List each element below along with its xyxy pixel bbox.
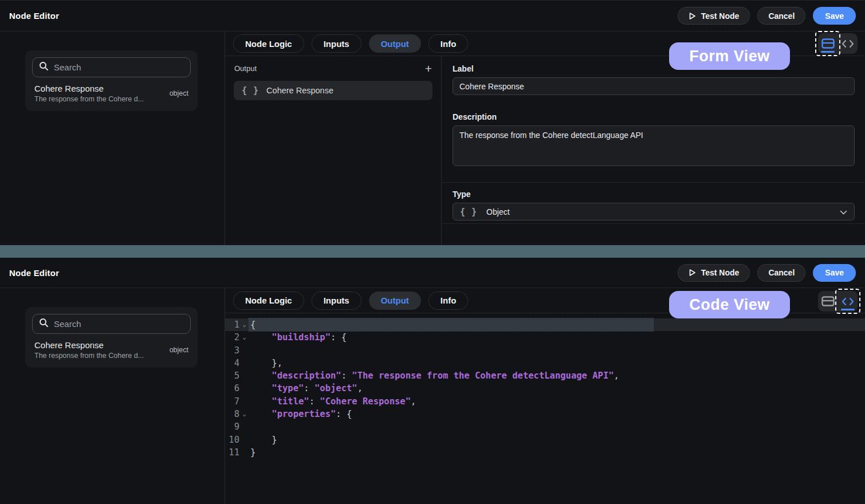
code-pane-body: Search Cohere Response The response from… <box>0 288 865 504</box>
fold-spacer <box>239 382 249 395</box>
sidebar-output-item[interactable]: Cohere Response The response from the Co… <box>32 84 191 103</box>
code-line[interactable]: 3 <box>225 344 865 357</box>
form-view-badge: Form View <box>669 42 790 70</box>
code-line-content: "title": "Cohere Response", <box>249 395 416 408</box>
sidebar-card: Search Cohere Response The response from… <box>25 307 198 368</box>
line-number: 5 <box>225 369 239 382</box>
divider <box>442 182 865 183</box>
search-box[interactable]: Search <box>32 314 191 334</box>
code-view-badge: Code View <box>669 291 790 318</box>
form-view-toggle-button[interactable] <box>818 291 838 312</box>
form-view-icon <box>821 296 835 306</box>
test-node-label: Test Node <box>701 268 740 277</box>
line-number: 8 <box>225 408 239 420</box>
code-line[interactable]: 6 "type": "object", <box>225 382 865 395</box>
code-editor[interactable]: 1⌄{2⌄ "buildship": {34 },5 "description"… <box>225 313 865 504</box>
sidebar: Search Cohere Response The response from… <box>0 32 225 245</box>
code-line[interactable]: 10 } <box>225 434 865 446</box>
sidebar-item-type-tag: object <box>170 89 188 97</box>
fold-spacer <box>239 344 249 357</box>
pane-split-divider[interactable] <box>0 245 865 258</box>
active-view-underline <box>841 309 855 311</box>
code-line[interactable]: 7 "title": "Cohere Response", <box>225 395 865 408</box>
line-number: 2 <box>225 331 239 344</box>
type-heading: Type <box>453 190 855 199</box>
sidebar: Search Cohere Response The response from… <box>0 288 225 504</box>
line-number: 9 <box>225 420 239 433</box>
code-view-pane: Node Editor Test Node Cancel Save <box>0 258 865 504</box>
output-item-label: Cohere Response <box>266 86 333 95</box>
sidebar-output-item[interactable]: Cohere Response The response from the Co… <box>32 340 191 360</box>
test-node-button[interactable]: Test Node <box>678 7 750 25</box>
play-icon <box>689 269 696 277</box>
sidebar-card: Search Cohere Response The response from… <box>25 50 198 111</box>
fold-spacer <box>239 357 249 369</box>
form-view-pane: Node Editor Test Node Cancel Save <box>0 0 865 245</box>
code-line[interactable]: 2⌄ "buildship": { <box>225 331 865 344</box>
code-editor-lines: 1⌄{2⌄ "buildship": {34 },5 "description"… <box>225 318 865 459</box>
type-select-value: Object <box>486 207 509 216</box>
braces-icon: { } <box>242 85 259 96</box>
tab-output[interactable]: Output <box>369 34 421 53</box>
code-view-toggle-button[interactable] <box>838 33 858 54</box>
cancel-button[interactable]: Cancel <box>757 264 805 282</box>
output-list-item[interactable]: { } Cohere Response <box>234 81 433 100</box>
tab-node-logic[interactable]: Node Logic <box>233 292 304 310</box>
test-node-label: Test Node <box>701 11 740 21</box>
output-list-title: Output <box>234 64 257 73</box>
braces-icon: { } <box>460 207 477 217</box>
test-node-button[interactable]: Test Node <box>678 264 750 282</box>
fold-spacer <box>239 446 249 459</box>
line-number: 1 <box>225 318 239 331</box>
fold-chevron-icon[interactable]: ⌄ <box>239 331 249 344</box>
fold-chevron-icon[interactable]: ⌄ <box>239 318 249 331</box>
sidebar-item-title: Cohere Response <box>34 340 164 350</box>
save-button[interactable]: Save <box>813 264 856 282</box>
tab-info[interactable]: Info <box>428 292 469 310</box>
cancel-label: Cancel <box>768 11 795 21</box>
form-content: Output + { } Cohere Response Label Descr… <box>225 56 865 245</box>
page-title: Node Editor <box>9 268 59 278</box>
form-view-toggle-button[interactable] <box>818 33 838 54</box>
tab-inputs[interactable]: Inputs <box>312 34 361 53</box>
sidebar-item-description: The response from the Cohere d... <box>34 352 164 360</box>
tab-inputs[interactable]: Inputs <box>312 292 361 310</box>
type-select[interactable]: { } Object <box>453 203 855 220</box>
tab-info[interactable]: Info <box>428 34 469 53</box>
chevron-down-icon <box>840 207 847 217</box>
play-icon <box>689 12 696 20</box>
code-line[interactable]: 1⌄{ <box>225 318 865 331</box>
code-line[interactable]: 8⌄ "properties": { <box>225 408 865 420</box>
fold-chevron-icon[interactable]: ⌄ <box>239 408 249 420</box>
search-box[interactable]: Search <box>32 57 191 77</box>
fold-spacer <box>239 395 249 408</box>
code-view-toggle-button[interactable] <box>838 291 858 312</box>
code-view-icon <box>842 40 854 48</box>
code-line-content: } <box>249 434 277 446</box>
line-number: 4 <box>225 357 239 369</box>
search-icon <box>39 61 49 73</box>
code-line[interactable]: 9 <box>225 420 865 433</box>
description-textarea[interactable]: The response from the Cohere detectLangu… <box>453 125 855 166</box>
save-label: Save <box>825 268 844 277</box>
sidebar-item-description: The response from the Cohere d... <box>34 95 164 103</box>
code-line-content: "description": "The response from the Co… <box>249 369 619 382</box>
code-line[interactable]: 4 }, <box>225 357 865 369</box>
code-line-content: }, <box>249 357 282 369</box>
save-button[interactable]: Save <box>813 7 856 25</box>
tab-output[interactable]: Output <box>369 292 421 310</box>
code-line-content: { <box>249 318 653 331</box>
code-line[interactable]: 11} <box>225 446 865 459</box>
add-output-icon[interactable]: + <box>425 65 432 73</box>
code-line-content: "type": "object", <box>249 382 363 395</box>
tab-node-logic[interactable]: Node Logic <box>233 34 304 53</box>
label-input[interactable] <box>453 77 855 95</box>
save-label: Save <box>825 11 844 21</box>
code-main: Node Logic Inputs Output Info 1⌄{2⌄ "bui… <box>225 288 865 504</box>
cancel-button[interactable]: Cancel <box>757 7 805 25</box>
search-placeholder: Search <box>54 62 81 72</box>
fold-spacer <box>239 420 249 433</box>
code-line[interactable]: 5 "description": "The response from the … <box>225 369 865 382</box>
header-actions: Test Node Cancel Save <box>678 264 856 282</box>
node-editor-app: Node Editor Test Node Cancel Save <box>0 0 865 504</box>
